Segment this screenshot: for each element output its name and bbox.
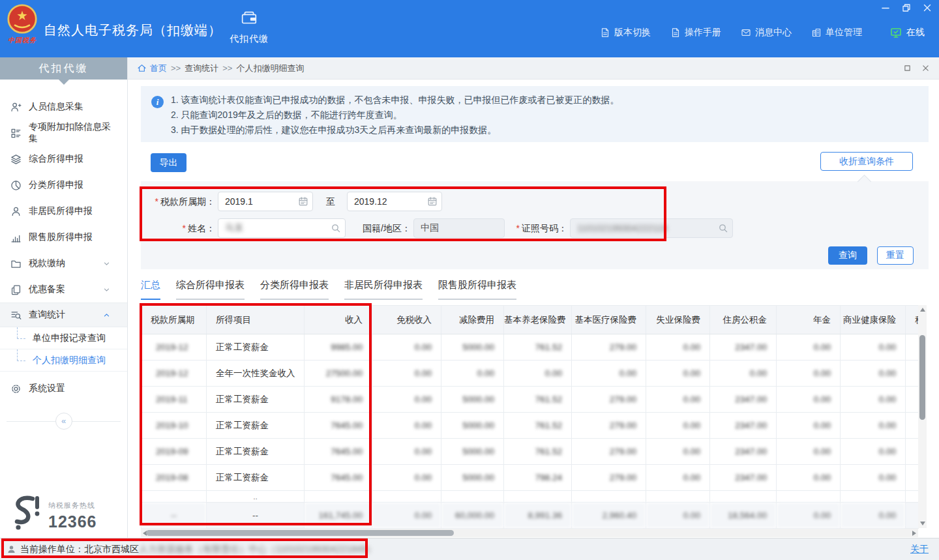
- copy-icon: [10, 284, 22, 295]
- window-minimize-button[interactable]: [880, 3, 891, 13]
- top-menu-label: 操作手册: [685, 27, 721, 38]
- sidebar-item-label: 专项附加扣除信息采集: [29, 121, 118, 145]
- hotline-logo: 纳税服务热线 12366: [9, 494, 97, 531]
- cell-value: 18,564.00: [710, 503, 777, 529]
- panel-controls: [903, 64, 930, 72]
- cell-value: 0.00: [372, 334, 441, 361]
- cell-value: 0.00: [372, 361, 441, 387]
- cell-clipped: [906, 503, 919, 529]
- column-header: 税: [906, 306, 919, 334]
- panel-maximize-button[interactable]: [903, 64, 912, 72]
- cell-value: 0.00: [572, 361, 646, 387]
- cell-value: 60,000.00: [441, 503, 504, 529]
- cell-value: 0.00: [777, 334, 841, 361]
- cell-income-item: 正常工资薪金: [207, 413, 305, 439]
- collapse-query-button[interactable]: 收折查询条件: [820, 152, 913, 171]
- top-menu-version-switch[interactable]: 版本切换: [600, 27, 651, 38]
- cell-value: [710, 491, 777, 503]
- mail-icon: [741, 27, 751, 38]
- app-title: 自然人电子税务局（扣缴端）: [44, 22, 222, 39]
- top-menu-manual[interactable]: 操作手册: [670, 27, 721, 38]
- panel-close-button[interactable]: [921, 64, 930, 72]
- tab-2[interactable]: 分类所得申报表: [260, 279, 329, 300]
- cell-value: 0.00: [372, 465, 441, 491]
- cell-value: 0.00: [777, 503, 841, 529]
- breadcrumb-separator: >>: [222, 63, 232, 73]
- calendar-icon[interactable]: [298, 196, 308, 207]
- pie-icon: [10, 180, 22, 191]
- period-to-input[interactable]: 2019.12: [347, 192, 442, 211]
- breadcrumb-home[interactable]: 首页: [150, 63, 167, 74]
- doc-icon: [600, 27, 610, 38]
- vertical-scrollbar[interactable]: [918, 305, 927, 528]
- tab-1[interactable]: 综合所得申报表: [176, 279, 245, 300]
- sidebar-item-personnel-info[interactable]: 人员信息采集: [0, 94, 127, 120]
- sidebar-item-special-deduction[interactable]: 专项附加扣除信息采集: [0, 120, 127, 146]
- scroll-up-arrow[interactable]: [920, 308, 925, 312]
- period-from-input[interactable]: 2019.1: [218, 192, 313, 211]
- horizontal-scrollbar[interactable]: [141, 529, 918, 537]
- top-menu-org-manage[interactable]: 单位管理: [811, 27, 862, 38]
- search-icon[interactable]: [718, 223, 728, 233]
- cell-value: 761.52: [504, 413, 572, 439]
- nationality-input[interactable]: 中国: [413, 218, 505, 238]
- sidebar-item-comprehensive-income[interactable]: 综合所得申报: [0, 146, 127, 172]
- person-icon: [10, 206, 22, 217]
- sidebar-item-classified-income[interactable]: 分类所得申报: [0, 172, 127, 198]
- scroll-right-arrow[interactable]: [912, 531, 916, 536]
- column-header: 税款所属期: [142, 306, 207, 334]
- window-close-button[interactable]: [922, 3, 932, 13]
- period-from-value: 2019.1: [225, 196, 253, 207]
- horizontal-scroll-thumb[interactable]: [146, 530, 454, 536]
- column-header: 住房公积金: [710, 306, 777, 334]
- tab-3[interactable]: 非居民所得申报表: [344, 279, 423, 300]
- module-tab-label: 代扣代缴: [226, 33, 273, 45]
- app-window: 中国税务 自然人电子税务局（扣缴端） 代扣代缴 版本切换操作手册消息中心单位管理…: [0, 0, 939, 560]
- sidebar-item-query-stats[interactable]: 查询统计: [0, 302, 127, 327]
- cert-number-input[interactable]: 110102199304222119: [570, 218, 733, 238]
- cell-value: 0.00: [646, 439, 710, 465]
- sidebar-item-label: 分类所得申报: [29, 179, 83, 191]
- result-tabs: 汇总综合所得申报表分类所得申报表非居民所得申报表限售股所得申报表: [141, 279, 516, 300]
- top-menu-message-center[interactable]: 消息中心: [741, 27, 792, 38]
- column-header: 免税收入: [372, 306, 441, 334]
- layers-icon: [10, 154, 22, 165]
- sidebar-subitem-unit-declare-query[interactable]: 单位申报记录查询: [0, 327, 127, 349]
- breadcrumb-item: 查询统计: [185, 63, 218, 73]
- cell-value: 8,991.36: [504, 503, 572, 529]
- cell-period: --: [142, 503, 207, 529]
- cell-value: 9985.00: [305, 334, 372, 361]
- sidebar-item-tax-payment[interactable]: 税款缴纳: [0, 250, 127, 276]
- cell-value: 0.00: [841, 439, 906, 465]
- about-link[interactable]: 关于: [910, 544, 929, 555]
- building-icon: [811, 27, 822, 38]
- sidebar-subitem-personal-detail-query[interactable]: 个人扣缴明细查询: [0, 349, 127, 372]
- name-input[interactable]: 马某: [218, 218, 346, 238]
- cell-value: 0.00: [646, 413, 710, 439]
- search-icon[interactable]: [331, 223, 341, 233]
- scroll-down-arrow[interactable]: [920, 522, 925, 525]
- sidebar-item-label: 人员信息采集: [29, 101, 83, 113]
- breadcrumb-bar: 首页 >>查询统计>>个人扣缴明细查询: [128, 57, 939, 80]
- calendar-icon[interactable]: [427, 196, 438, 207]
- cell-value: 5000.00: [441, 413, 504, 439]
- reset-button[interactable]: 重置: [877, 246, 914, 265]
- sidebar-collapse-button[interactable]: «: [55, 413, 72, 430]
- vertical-scroll-thumb[interactable]: [919, 335, 925, 420]
- cell-value: 0.00: [372, 387, 441, 413]
- home-icon: [137, 63, 147, 73]
- export-button[interactable]: 导出: [151, 153, 186, 172]
- tab-0[interactable]: 汇总: [141, 279, 160, 300]
- search-button[interactable]: 查询: [828, 246, 867, 265]
- table-row: 2019-12正常工资薪金9985.000.005000.00761.52279…: [142, 334, 919, 361]
- cell-income-item: --: [207, 503, 305, 529]
- sidebar-item-preferential-filing[interactable]: 优惠备案: [0, 276, 127, 302]
- window-restore-button[interactable]: [901, 3, 912, 13]
- sidebar-item-nonresident-income[interactable]: 非居民所得申报: [0, 198, 127, 224]
- module-tab-withholding[interactable]: 代扣代缴: [226, 8, 273, 45]
- sidebar-item-system-settings[interactable]: 系统设置: [0, 376, 127, 402]
- cell-period: 2019-10: [142, 413, 207, 439]
- tab-4[interactable]: 限售股所得申报表: [438, 279, 516, 300]
- sidebar-item-restricted-stock[interactable]: 限售股所得申报: [0, 224, 127, 250]
- cell-value: 9178.00: [305, 387, 372, 413]
